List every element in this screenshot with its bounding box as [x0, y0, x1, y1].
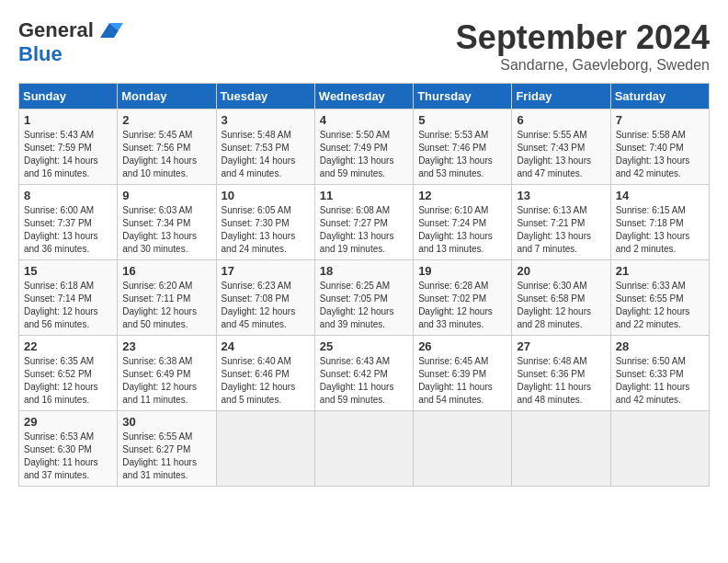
day-info: Sunrise: 6:30 AM Sunset: 6:58 PM Dayligh… — [517, 280, 605, 331]
day-number: 25 — [320, 339, 408, 353]
calendar-cell: 22Sunrise: 6:35 AM Sunset: 6:52 PM Dayli… — [19, 336, 118, 411]
day-number: 10 — [222, 189, 310, 202]
day-number: 5 — [418, 113, 506, 127]
logo-blue-text: Blue — [18, 42, 63, 66]
day-number: 27 — [517, 339, 605, 353]
day-info: Sunrise: 6:55 AM Sunset: 6:27 PM Dayligh… — [122, 431, 210, 482]
calendar-week-3: 22Sunrise: 6:35 AM Sunset: 6:52 PM Dayli… — [19, 336, 710, 411]
calendar-cell: 6Sunrise: 5:55 AM Sunset: 7:43 PM Daylig… — [512, 109, 610, 185]
day-number: 12 — [418, 189, 506, 202]
calendar-cell: 9Sunrise: 6:03 AM Sunset: 7:34 PM Daylig… — [118, 185, 216, 260]
day-number: 30 — [122, 415, 210, 429]
day-number: 11 — [320, 189, 408, 202]
day-info: Sunrise: 6:05 AM Sunset: 7:30 PM Dayligh… — [222, 204, 310, 256]
calendar-cell: 27Sunrise: 6:48 AM Sunset: 6:36 PM Dayli… — [512, 336, 610, 411]
calendar-cell: 15Sunrise: 6:18 AM Sunset: 7:14 PM Dayli… — [19, 260, 118, 336]
calendar-cell: 14Sunrise: 6:15 AM Sunset: 7:18 PM Dayli… — [610, 185, 709, 260]
calendar-cell — [216, 411, 314, 487]
calendar-cell: 12Sunrise: 6:10 AM Sunset: 7:24 PM Dayli… — [414, 185, 512, 260]
logo: General Blue — [18, 18, 123, 66]
day-number: 20 — [517, 264, 605, 278]
day-number: 16 — [122, 264, 210, 278]
calendar-cell: 19Sunrise: 6:28 AM Sunset: 7:02 PM Dayli… — [414, 260, 512, 336]
calendar-cell: 11Sunrise: 6:08 AM Sunset: 7:27 PM Dayli… — [314, 185, 413, 260]
calendar-cell: 26Sunrise: 6:45 AM Sunset: 6:39 PM Dayli… — [414, 336, 512, 411]
calendar-body: 1Sunrise: 5:43 AM Sunset: 7:59 PM Daylig… — [19, 109, 710, 487]
calendar-table: SundayMondayTuesdayWednesdayThursdayFrid… — [18, 83, 710, 487]
header-cell-tuesday: Tuesday — [216, 84, 314, 109]
header-cell-sunday: Sunday — [19, 84, 118, 109]
day-number: 15 — [24, 264, 112, 278]
day-info: Sunrise: 6:43 AM Sunset: 6:42 PM Dayligh… — [320, 355, 408, 407]
day-number: 22 — [24, 339, 112, 353]
calendar-cell: 17Sunrise: 6:23 AM Sunset: 7:08 PM Dayli… — [216, 260, 314, 336]
calendar-cell — [314, 411, 413, 487]
day-info: Sunrise: 6:45 AM Sunset: 6:39 PM Dayligh… — [418, 355, 506, 407]
calendar-cell: 8Sunrise: 6:00 AM Sunset: 7:37 PM Daylig… — [19, 185, 118, 260]
calendar-cell: 23Sunrise: 6:38 AM Sunset: 6:49 PM Dayli… — [118, 336, 216, 411]
day-info: Sunrise: 6:33 AM Sunset: 6:55 PM Dayligh… — [616, 280, 704, 331]
day-number: 19 — [418, 264, 506, 278]
calendar-cell: 5Sunrise: 5:53 AM Sunset: 7:46 PM Daylig… — [414, 109, 512, 185]
day-number: 1 — [24, 113, 112, 127]
calendar-cell: 7Sunrise: 5:58 AM Sunset: 7:40 PM Daylig… — [610, 109, 709, 185]
calendar-cell: 2Sunrise: 5:45 AM Sunset: 7:56 PM Daylig… — [118, 109, 216, 185]
calendar-cell — [414, 411, 512, 487]
day-number: 7 — [616, 113, 704, 127]
day-info: Sunrise: 6:48 AM Sunset: 6:36 PM Dayligh… — [517, 355, 605, 407]
calendar-week-4: 29Sunrise: 6:53 AM Sunset: 6:30 PM Dayli… — [19, 411, 710, 487]
day-number: 21 — [616, 264, 704, 278]
day-number: 23 — [122, 339, 210, 353]
calendar-cell — [610, 411, 709, 487]
logo-general-text: General — [18, 18, 94, 42]
day-number: 26 — [418, 339, 506, 353]
day-info: Sunrise: 6:38 AM Sunset: 6:49 PM Dayligh… — [122, 355, 210, 407]
day-info: Sunrise: 5:53 AM Sunset: 7:46 PM Dayligh… — [418, 129, 506, 180]
calendar-header: SundayMondayTuesdayWednesdayThursdayFrid… — [19, 84, 710, 109]
header-row: SundayMondayTuesdayWednesdayThursdayFrid… — [19, 84, 710, 109]
header-cell-thursday: Thursday — [414, 84, 512, 109]
calendar-week-2: 15Sunrise: 6:18 AM Sunset: 7:14 PM Dayli… — [19, 260, 710, 336]
day-number: 24 — [222, 339, 310, 353]
calendar-cell: 21Sunrise: 6:33 AM Sunset: 6:55 PM Dayli… — [610, 260, 709, 336]
location-subtitle: Sandarne, Gaevleborg, Sweden — [456, 57, 710, 74]
day-info: Sunrise: 6:28 AM Sunset: 7:02 PM Dayligh… — [418, 280, 506, 331]
day-number: 13 — [517, 189, 605, 202]
day-number: 17 — [222, 264, 310, 278]
day-info: Sunrise: 6:15 AM Sunset: 7:18 PM Dayligh… — [616, 204, 704, 256]
day-info: Sunrise: 5:43 AM Sunset: 7:59 PM Dayligh… — [24, 129, 112, 180]
calendar-week-0: 1Sunrise: 5:43 AM Sunset: 7:59 PM Daylig… — [19, 109, 710, 185]
day-number: 28 — [616, 339, 704, 353]
calendar-cell: 4Sunrise: 5:50 AM Sunset: 7:49 PM Daylig… — [314, 109, 413, 185]
day-info: Sunrise: 6:08 AM Sunset: 7:27 PM Dayligh… — [320, 204, 408, 256]
day-info: Sunrise: 5:55 AM Sunset: 7:43 PM Dayligh… — [517, 129, 605, 180]
day-info: Sunrise: 6:18 AM Sunset: 7:14 PM Dayligh… — [24, 280, 112, 331]
day-info: Sunrise: 6:00 AM Sunset: 7:37 PM Dayligh… — [24, 204, 112, 256]
day-info: Sunrise: 5:58 AM Sunset: 7:40 PM Dayligh… — [616, 129, 704, 180]
day-info: Sunrise: 6:03 AM Sunset: 7:34 PM Dayligh… — [122, 204, 210, 256]
day-info: Sunrise: 6:20 AM Sunset: 7:11 PM Dayligh… — [122, 280, 210, 331]
title-block: September 2024 Sandarne, Gaevleborg, Swe… — [456, 18, 710, 74]
calendar-cell: 28Sunrise: 6:50 AM Sunset: 6:33 PM Dayli… — [610, 336, 709, 411]
calendar-cell: 25Sunrise: 6:43 AM Sunset: 6:42 PM Dayli… — [314, 336, 413, 411]
day-info: Sunrise: 6:35 AM Sunset: 6:52 PM Dayligh… — [24, 355, 112, 407]
day-number: 9 — [122, 189, 210, 202]
calendar-cell: 18Sunrise: 6:25 AM Sunset: 7:05 PM Dayli… — [314, 260, 413, 336]
calendar-cell — [512, 411, 610, 487]
calendar-cell: 1Sunrise: 5:43 AM Sunset: 7:59 PM Daylig… — [19, 109, 118, 185]
calendar-cell: 10Sunrise: 6:05 AM Sunset: 7:30 PM Dayli… — [216, 185, 314, 260]
calendar-week-1: 8Sunrise: 6:00 AM Sunset: 7:37 PM Daylig… — [19, 185, 710, 260]
day-info: Sunrise: 5:50 AM Sunset: 7:49 PM Dayligh… — [320, 129, 408, 180]
day-number: 2 — [122, 113, 210, 127]
calendar-cell: 3Sunrise: 5:48 AM Sunset: 7:53 PM Daylig… — [216, 109, 314, 185]
page-header: General Blue September 2024 Sandarne, Ga… — [18, 18, 710, 74]
logo-icon — [96, 21, 123, 40]
header-cell-monday: Monday — [118, 84, 216, 109]
calendar-cell: 24Sunrise: 6:40 AM Sunset: 6:46 PM Dayli… — [216, 336, 314, 411]
calendar-cell: 20Sunrise: 6:30 AM Sunset: 6:58 PM Dayli… — [512, 260, 610, 336]
day-info: Sunrise: 5:45 AM Sunset: 7:56 PM Dayligh… — [122, 129, 210, 180]
calendar-cell: 30Sunrise: 6:55 AM Sunset: 6:27 PM Dayli… — [118, 411, 216, 487]
day-info: Sunrise: 6:25 AM Sunset: 7:05 PM Dayligh… — [320, 280, 408, 331]
day-number: 6 — [517, 113, 605, 127]
day-info: Sunrise: 6:10 AM Sunset: 7:24 PM Dayligh… — [418, 204, 506, 256]
